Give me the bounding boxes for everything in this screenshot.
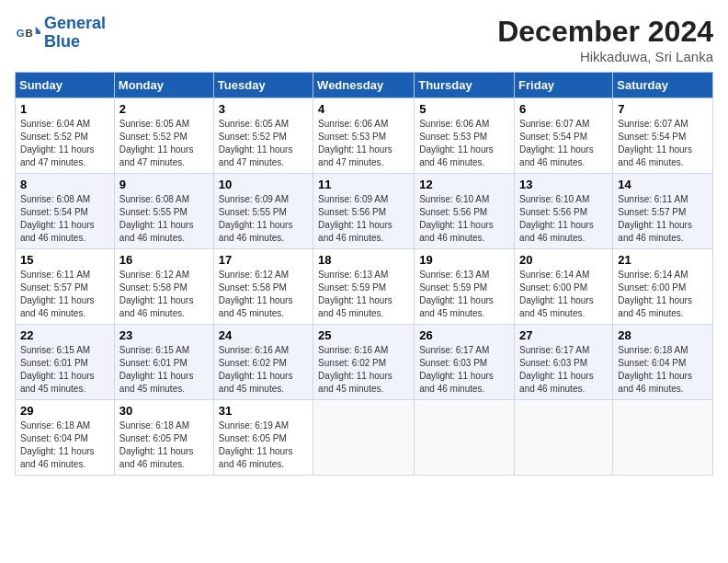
sunrise-label: Sunrise: 6:09 AM [318, 194, 388, 204]
sunset-label: Sunset: 6:00 PM [618, 282, 686, 293]
daylight-label: Daylight: 11 hours [119, 144, 194, 155]
location: Hikkaduwa, Sri Lanka [497, 49, 713, 64]
daylight-label: Daylight: 11 hours [419, 371, 494, 381]
daylight-label: Daylight: 11 hours [318, 144, 392, 155]
sunrise-label: Sunrise: 6:07 AM [618, 119, 688, 129]
sunrise-label: Sunrise: 6:15 AM [119, 345, 189, 355]
sunset-label: Sunset: 5:56 PM [419, 207, 487, 217]
daylight-minutes: and 45 minutes. [20, 384, 85, 394]
day-info: Sunrise: 6:09 AM Sunset: 5:56 PM Dayligh… [318, 193, 409, 245]
day-info: Sunrise: 6:12 AM Sunset: 5:58 PM Dayligh… [119, 269, 209, 320]
day-info: Sunrise: 6:05 AM Sunset: 5:52 PM Dayligh… [119, 118, 209, 169]
day-info: Sunrise: 6:11 AM Sunset: 5:57 PM Dayligh… [618, 193, 708, 245]
daylight-minutes: and 47 minutes. [20, 157, 85, 167]
daylight-minutes: and 46 minutes. [618, 157, 683, 167]
sunset-label: Sunset: 6:04 PM [618, 358, 686, 368]
sunset-label: Sunset: 5:59 PM [419, 282, 487, 293]
day-info: Sunrise: 6:12 AM Sunset: 5:58 PM Dayligh… [219, 269, 308, 320]
sunset-label: Sunset: 6:02 PM [318, 358, 386, 368]
sunrise-label: Sunrise: 6:14 AM [618, 270, 688, 280]
day-info: Sunrise: 6:06 AM Sunset: 5:53 PM Dayligh… [318, 118, 409, 169]
daylight-label: Daylight: 11 hours [618, 371, 692, 381]
daylight-label: Daylight: 11 hours [618, 144, 692, 155]
daylight-minutes: and 46 minutes. [419, 233, 484, 243]
logo-line2: Blue [44, 32, 80, 51]
day-info: Sunrise: 6:08 AM Sunset: 5:55 PM Dayligh… [119, 193, 209, 245]
daylight-minutes: and 45 minutes. [318, 308, 383, 318]
sunset-label: Sunset: 5:56 PM [318, 207, 386, 217]
sunrise-label: Sunrise: 6:17 AM [419, 345, 489, 355]
sunset-label: Sunset: 6:03 PM [419, 358, 487, 368]
day-info: Sunrise: 6:13 AM Sunset: 5:59 PM Dayligh… [318, 269, 409, 320]
day-info: Sunrise: 6:08 AM Sunset: 5:54 PM Dayligh… [20, 193, 109, 245]
day-number: 2 [119, 102, 209, 116]
svg-rect-3 [36, 31, 40, 34]
daylight-label: Daylight: 11 hours [318, 220, 392, 230]
day-info: Sunrise: 6:13 AM Sunset: 5:59 PM Dayligh… [419, 269, 509, 320]
daylight-label: Daylight: 11 hours [20, 295, 95, 305]
day-info: Sunrise: 6:07 AM Sunset: 5:54 PM Dayligh… [618, 118, 708, 169]
daylight-label: Daylight: 11 hours [618, 220, 692, 230]
table-cell: 28 Sunrise: 6:18 AM Sunset: 6:04 PM Dayl… [613, 325, 713, 400]
day-number: 6 [519, 102, 608, 116]
day-info: Sunrise: 6:15 AM Sunset: 6:01 PM Dayligh… [20, 344, 109, 396]
sunrise-label: Sunrise: 6:13 AM [318, 270, 388, 280]
daylight-label: Daylight: 11 hours [219, 295, 293, 305]
daylight-label: Daylight: 11 hours [419, 220, 494, 230]
daylight-minutes: and 45 minutes. [119, 384, 185, 394]
day-number: 5 [419, 102, 509, 116]
day-info: Sunrise: 6:10 AM Sunset: 5:56 PM Dayligh… [519, 193, 608, 245]
table-cell: 5 Sunrise: 6:06 AM Sunset: 5:53 PM Dayli… [415, 98, 515, 174]
header-sunday: Sunday [16, 73, 115, 98]
daylight-label: Daylight: 11 hours [519, 295, 594, 305]
daylight-label: Daylight: 11 hours [20, 446, 95, 456]
daylight-minutes: and 47 minutes. [119, 157, 185, 167]
table-cell: 24 Sunrise: 6:16 AM Sunset: 6:02 PM Dayl… [213, 325, 313, 400]
day-info: Sunrise: 6:18 AM Sunset: 6:04 PM Dayligh… [20, 419, 109, 471]
day-number: 25 [318, 328, 409, 342]
day-number: 17 [219, 253, 308, 267]
daylight-minutes: and 45 minutes. [219, 384, 284, 394]
day-info: Sunrise: 6:17 AM Sunset: 6:03 PM Dayligh… [419, 344, 509, 396]
sunrise-label: Sunrise: 6:11 AM [20, 270, 90, 280]
calendar-table: Sunday Monday Tuesday Wednesday Thursday… [15, 72, 713, 476]
daylight-minutes: and 45 minutes. [519, 308, 585, 318]
sunrise-label: Sunrise: 6:06 AM [318, 119, 388, 129]
header-wednesday: Wednesday [313, 73, 415, 98]
table-cell [515, 400, 613, 476]
day-info: Sunrise: 6:19 AM Sunset: 6:05 PM Dayligh… [219, 419, 308, 471]
daylight-label: Daylight: 11 hours [219, 371, 293, 381]
table-cell: 10 Sunrise: 6:09 AM Sunset: 5:55 PM Dayl… [213, 174, 313, 249]
sunset-label: Sunset: 5:59 PM [318, 282, 386, 293]
daylight-minutes: and 46 minutes. [519, 233, 585, 243]
sunrise-label: Sunrise: 6:16 AM [318, 345, 388, 355]
table-cell: 13 Sunrise: 6:10 AM Sunset: 5:56 PM Dayl… [515, 174, 613, 249]
daylight-minutes: and 46 minutes. [618, 233, 683, 243]
daylight-label: Daylight: 11 hours [219, 144, 293, 155]
calendar-header-row: Sunday Monday Tuesday Wednesday Thursday… [16, 73, 713, 98]
day-number: 9 [119, 178, 209, 191]
sunset-label: Sunset: 5:53 PM [419, 132, 487, 142]
day-info: Sunrise: 6:07 AM Sunset: 5:54 PM Dayligh… [519, 118, 608, 169]
day-info: Sunrise: 6:09 AM Sunset: 5:55 PM Dayligh… [219, 193, 308, 245]
sunset-label: Sunset: 5:54 PM [519, 132, 587, 142]
day-number: 20 [519, 253, 608, 267]
day-info: Sunrise: 6:16 AM Sunset: 6:02 PM Dayligh… [219, 344, 308, 396]
sunset-label: Sunset: 5:55 PM [219, 207, 287, 217]
sunrise-label: Sunrise: 6:05 AM [219, 119, 289, 129]
page-header: G B General Blue December 2024 Hikkaduwa… [15, 15, 713, 64]
daylight-label: Daylight: 11 hours [519, 144, 594, 155]
table-cell: 8 Sunrise: 6:08 AM Sunset: 5:54 PM Dayli… [16, 174, 115, 249]
table-cell [313, 400, 415, 476]
logo-icon: G B [15, 20, 40, 46]
day-number: 15 [20, 253, 109, 267]
day-info: Sunrise: 6:18 AM Sunset: 6:04 PM Dayligh… [618, 344, 708, 396]
table-cell: 2 Sunrise: 6:05 AM Sunset: 5:52 PM Dayli… [114, 98, 213, 174]
sunrise-label: Sunrise: 6:12 AM [119, 270, 189, 280]
title-block: December 2024 Hikkaduwa, Sri Lanka [497, 15, 713, 64]
daylight-label: Daylight: 11 hours [119, 446, 194, 456]
sunrise-label: Sunrise: 6:11 AM [618, 194, 688, 204]
day-number: 12 [419, 178, 509, 191]
daylight-minutes: and 45 minutes. [318, 384, 383, 394]
table-cell: 4 Sunrise: 6:06 AM Sunset: 5:53 PM Dayli… [313, 98, 415, 174]
